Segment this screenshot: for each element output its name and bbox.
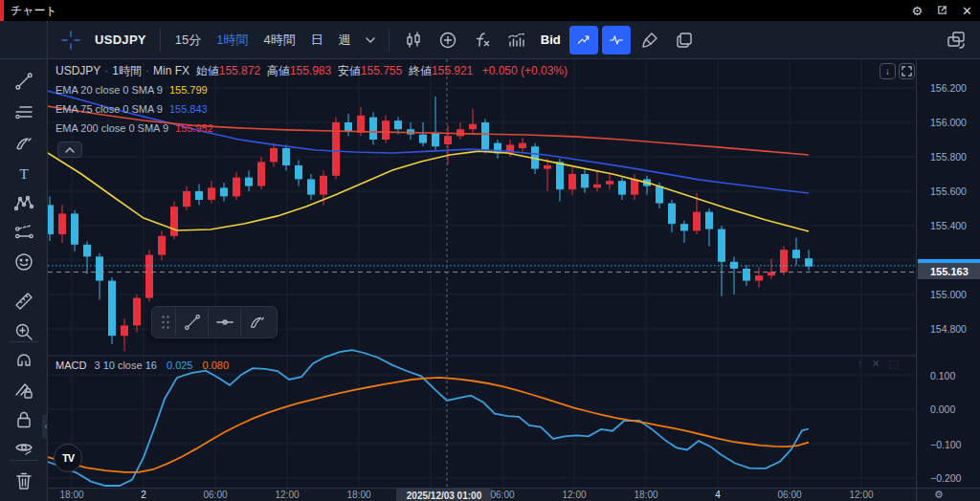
divider	[389, 29, 390, 52]
brush-quick-tool[interactable]	[240, 309, 273, 336]
ruler-tool[interactable]	[11, 288, 37, 315]
draw-brush-tool[interactable]	[11, 130, 37, 157]
bid-button[interactable]: Bid	[534, 26, 568, 54]
emoji-tool[interactable]	[11, 249, 37, 275]
candle-body	[208, 187, 215, 200]
ema20-value: 155.799	[169, 84, 208, 96]
axis-settings-corner[interactable]: ⚙	[916, 488, 980, 501]
candle-body	[195, 191, 203, 200]
candle-body	[245, 178, 253, 186]
axis-tick-label: 154.800	[930, 323, 967, 335]
crosshair-time-badge: 2025/12/03 01:00	[396, 489, 492, 501]
candle-body	[755, 275, 763, 280]
lock-all-tool[interactable]	[11, 406, 37, 433]
symbol-button[interactable]: USDJPY	[88, 26, 153, 54]
axis-tick-label: 156.000	[930, 117, 967, 128]
magnet-tool[interactable]	[11, 349, 37, 376]
hide-drawings-tool[interactable]	[11, 435, 37, 462]
indicator-row-ema200[interactable]: EMA 200 close 0 SMA 9155.952	[56, 122, 213, 134]
sidebar-top-cell	[0, 21, 48, 59]
candle-body	[257, 162, 265, 185]
legend-collapse-button[interactable]	[57, 142, 82, 158]
pane-max-icon[interactable]: ⬚	[889, 358, 899, 370]
legend-high: 155.983	[290, 64, 331, 77]
time-tick-label: 06:00	[777, 490, 801, 500]
candle-body	[568, 174, 576, 189]
candle-style-button[interactable]	[396, 26, 431, 54]
paint-brush-button[interactable]	[633, 26, 667, 54]
title-bar: チャート ⚙ ✕	[0, 0, 980, 21]
interval-1d-button[interactable]: 日	[303, 26, 331, 54]
interval-1h-button[interactable]: 1時間	[209, 26, 256, 54]
horizontal-line-quick-tool[interactable]	[208, 309, 240, 336]
compare-plus-button[interactable]	[431, 26, 465, 54]
legend-open: 155.872	[219, 64, 260, 77]
scale-down-button[interactable]: ↓	[880, 63, 896, 79]
pane-close-icon[interactable]: ✕	[872, 358, 880, 370]
interval-15m-button[interactable]: 15分	[167, 26, 209, 54]
candle-body	[369, 118, 377, 140]
candle-body	[133, 298, 141, 326]
floating-draw-toolbar[interactable]	[151, 306, 278, 338]
candle-body	[581, 174, 589, 187]
current-price-badge: 155.163	[918, 259, 980, 279]
candle-body	[544, 165, 551, 169]
candle-body	[618, 181, 626, 194]
indicators-fx-button[interactable]	[465, 26, 500, 54]
candle-body	[519, 143, 526, 148]
ohlc-legend[interactable]: USDJPY·1時間·Min FX 始値155.872 高値155.983 安値…	[56, 63, 568, 79]
legend-low: 155.755	[361, 64, 402, 77]
svg-text:T: T	[19, 166, 28, 182]
macd-pane-controls[interactable]: ↑ ✕ ⬚	[858, 358, 899, 370]
drag-handle[interactable]	[156, 309, 175, 336]
volume-profile-button[interactable]	[500, 26, 534, 54]
candle-body	[606, 181, 613, 185]
trend-line-quick-tool[interactable]	[175, 309, 208, 336]
chart-area[interactable]: USDJPY·1時間·Min FX 始値155.872 高値155.983 安値…	[48, 59, 916, 488]
fib-lines-tool[interactable]	[11, 99, 37, 126]
candle-body	[481, 122, 489, 150]
sidebar-divider	[10, 460, 38, 461]
time-tick-label: 12:00	[275, 490, 299, 500]
candle-body	[158, 236, 166, 255]
crosshair-tool-button[interactable]	[54, 26, 88, 54]
candle-body	[792, 250, 800, 258]
candle-body	[96, 256, 103, 280]
multi-window-button[interactable]	[938, 26, 974, 54]
candle-body	[680, 224, 688, 230]
indicator-row-ema20[interactable]: EMA 20 close 0 SMA 9155.799	[56, 84, 208, 96]
settings-gear-icon[interactable]: ⚙	[911, 5, 923, 17]
candle-body	[768, 272, 775, 276]
macd-legend[interactable]: MACD 3 10 close 16 0.025 0.080	[56, 359, 229, 371]
interval-1w-button[interactable]: 週	[331, 26, 359, 54]
legend-feed: Min FX	[153, 64, 189, 77]
candle-body	[419, 135, 427, 143]
interval-chevron-down-icon[interactable]	[359, 26, 382, 54]
layers-copy-button[interactable]	[667, 26, 702, 54]
prediction-tool[interactable]	[11, 219, 37, 246]
price-axis[interactable]: 155.163 156.200156.000155.800155.600155.…	[916, 59, 980, 488]
candle-body	[58, 213, 66, 234]
pane-maximize-button[interactable]	[899, 63, 915, 79]
draw-lock-tool[interactable]	[11, 378, 37, 404]
interval-4h-button[interactable]: 4時間	[256, 26, 303, 54]
xabcd-pattern-tool[interactable]	[11, 190, 37, 217]
macd-signal-value: 0.080	[203, 359, 230, 371]
axis-tick-label: 0.100	[930, 370, 955, 381]
close-icon[interactable]: ✕	[962, 5, 972, 17]
trash-tool[interactable]	[11, 468, 37, 494]
trend-line-tool[interactable]	[11, 68, 37, 95]
time-axis[interactable]: 2025/12/03 01:00 18:00206:0012:0018:0006…	[48, 488, 916, 501]
candle-body	[83, 245, 91, 257]
line-chart-mode-button[interactable]	[569, 26, 598, 54]
pulse-mode-button[interactable]	[602, 26, 631, 54]
axis-gear-icon[interactable]: ⚙	[934, 489, 944, 501]
candle-body	[71, 213, 78, 244]
text-tool[interactable]: T	[11, 161, 37, 187]
indicator-row-ema75[interactable]: EMA 75 close 0 SMA 9155.843	[56, 103, 208, 115]
tradingview-logo[interactable]: TV	[54, 444, 82, 472]
candle-body	[668, 204, 676, 225]
candle-body	[220, 187, 228, 196]
pane-up-icon[interactable]: ↑	[858, 358, 863, 370]
open-window-icon[interactable]	[936, 4, 948, 18]
